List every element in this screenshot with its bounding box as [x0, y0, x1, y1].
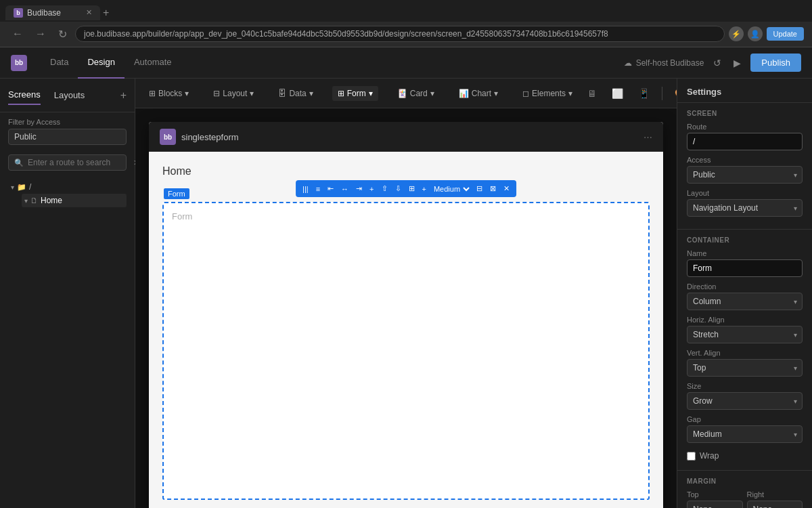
settings-header: Settings	[677, 79, 812, 103]
margin-top-select-wrap: None	[687, 501, 743, 508]
layout-button[interactable]: ⊟ Layout ▾	[208, 86, 259, 101]
elements-chevron-icon: ▾	[568, 89, 572, 98]
horiz-align-select[interactable]: Stretch	[687, 326, 803, 343]
tab-close-icon[interactable]: ✕	[86, 8, 92, 17]
vert-align-select[interactable]: Top	[687, 359, 803, 377]
profile-icon[interactable]: 👤	[748, 26, 763, 41]
size-label: Size	[687, 382, 803, 390]
blocks-button[interactable]: ⊞ Blocks ▾	[143, 86, 194, 101]
form-toolbar-align-center-btn[interactable]: ↔	[338, 184, 351, 194]
nav-tab-automate[interactable]: Automate	[125, 47, 181, 79]
layouts-tab[interactable]: Layouts	[54, 86, 85, 104]
forward-button[interactable]: →	[31, 26, 50, 41]
form-toolbar-align-bottom-btn[interactable]: ⇩	[392, 183, 404, 194]
browser-tab[interactable]: b Budibase ✕	[5, 5, 100, 20]
tree-item-home[interactable]: ▾ 🗋 Home	[22, 194, 127, 207]
tree-item-root[interactable]: ▾ 📁 /	[8, 180, 127, 194]
size-select[interactable]: Grow	[687, 392, 803, 410]
direction-select[interactable]: Column	[687, 293, 803, 310]
margin-right-label: Right	[747, 490, 803, 499]
top-nav: bb Data Design Automate ☁ Self-host Budi…	[0, 47, 812, 79]
form-toolbar-delete-btn[interactable]: ✕	[501, 183, 512, 194]
wrap-checkbox[interactable]	[687, 452, 696, 461]
preview-button[interactable]: ▶	[731, 55, 744, 71]
canvas-content: Home ||| ≡ ⇤ ↔ ⇥ + ⇧ ⇩	[149, 152, 663, 508]
canvas-scroll[interactable]: bb singlestepform ⋯ Home ||| ≡ ⇤ ↔	[135, 108, 677, 508]
main-area: Screens Layouts + Filter by Access Publi…	[0, 79, 812, 508]
horiz-align-field: Horiz. Align Stretch	[687, 316, 803, 343]
form-toolbar-grid-btn[interactable]: ⊟	[474, 183, 485, 194]
self-host-button[interactable]: ☁ Self-host Budibase	[624, 58, 704, 68]
card-button[interactable]: 🃏 Card ▾	[392, 86, 440, 101]
elements-button[interactable]: ◻ Elements ▾	[517, 86, 578, 101]
data-icon: 🗄	[278, 89, 286, 98]
card-icon: 🃏	[397, 89, 407, 98]
form-toolbar-align-left-btn[interactable]: ⇤	[325, 183, 336, 194]
gap-label: Gap	[687, 415, 803, 423]
publish-button[interactable]: Publish	[750, 54, 801, 72]
toolbar-group-layout: ⊟ Layout ▾	[208, 86, 259, 101]
margin-top-label: Top	[687, 490, 743, 499]
search-input[interactable]	[28, 158, 129, 167]
address-bar[interactable]	[75, 26, 725, 42]
nav-tab-data[interactable]: Data	[41, 47, 78, 79]
gap-select[interactable]: Medium	[687, 425, 803, 443]
canvas-app-logo: bb	[160, 129, 176, 145]
toolbar-group-chart: 📊 Chart ▾	[453, 86, 503, 101]
app: bb Data Design Automate ☁ Self-host Budi…	[0, 47, 812, 508]
theme-button[interactable]: 🎨 Theme	[669, 86, 677, 101]
name-input[interactable]	[687, 259, 803, 277]
device-desktop-button[interactable]: 🖥	[582, 85, 602, 102]
margin-right-select[interactable]: None	[747, 501, 803, 508]
form-toolbar-columns-btn[interactable]: |||	[300, 184, 311, 194]
toolbar-group-data: 🗄 Data ▾	[273, 86, 318, 101]
wrap-label[interactable]: Wrap	[700, 451, 719, 461]
device-mobile-button[interactable]: 📱	[633, 85, 655, 102]
form-element-toolbar: ||| ≡ ⇤ ↔ ⇥ + ⇧ ⇩ ⊞ +	[296, 180, 516, 197]
form-button[interactable]: ⊞ Form ▾	[332, 86, 378, 101]
device-tablet-button[interactable]: ⬜	[606, 85, 629, 102]
form-toolbar-rows-btn[interactable]: ≡	[313, 184, 323, 194]
form-container[interactable]: Form Form	[162, 202, 650, 500]
back-button[interactable]: ←	[8, 26, 27, 41]
data-chevron-icon: ▾	[309, 89, 313, 98]
brand-logo: bb	[11, 55, 27, 71]
card-chevron-icon: ▾	[430, 89, 434, 98]
chart-button[interactable]: 📊 Chart ▾	[453, 86, 503, 101]
top-nav-right: ☁ Self-host Budibase ↺ ▶ Publish	[624, 54, 801, 72]
access-select[interactable]: Public	[687, 166, 803, 184]
nav-tab-design[interactable]: Design	[78, 47, 124, 79]
extensions-icon[interactable]: ⚡	[729, 26, 744, 41]
form-toolbar-align-right-btn[interactable]: ⇥	[353, 183, 365, 194]
form-toolbar-plus2-btn[interactable]: +	[420, 184, 429, 194]
update-button[interactable]: Update	[767, 27, 804, 41]
refresh-app-button[interactable]: ↺	[710, 55, 724, 71]
filter-label: Filter by Access	[8, 118, 127, 126]
route-input[interactable]	[687, 133, 803, 150]
form-toolbar-distribute-btn[interactable]: ⊞	[406, 183, 418, 194]
form-toolbar-size-select[interactable]: Medium	[431, 184, 472, 194]
wrap-row: Wrap	[687, 448, 803, 463]
add-screen-button[interactable]: +	[120, 89, 127, 102]
sidebar-header: Screens Layouts +	[0, 79, 135, 112]
filter-select[interactable]: Public	[8, 129, 127, 145]
canvas-frame-menu-icon[interactable]: ⋯	[644, 132, 652, 142]
data-button[interactable]: 🗄 Data ▾	[273, 86, 318, 101]
chart-chevron-icon: ▾	[494, 89, 498, 98]
form-toolbar-align-top-btn[interactable]: ⇧	[379, 183, 390, 194]
route-field: Route	[687, 123, 803, 150]
layout-field: Layout Navigation Layout	[687, 189, 803, 217]
screens-tab[interactable]: Screens	[8, 85, 41, 105]
toolbar-sep7	[662, 87, 662, 100]
gap-field: Gap Medium	[687, 415, 803, 443]
margin-top-select[interactable]: None	[687, 501, 743, 508]
filter-section: Filter by Access Public	[0, 112, 135, 150]
form-toolbar-copy-btn[interactable]: ⊠	[487, 183, 499, 194]
screen-section-label: SCREEN	[687, 110, 803, 117]
toolbar-group-blocks: ⊞ Blocks ▾	[143, 86, 194, 101]
layout-select[interactable]: Navigation Layout	[687, 199, 803, 217]
form-toolbar-add-btn[interactable]: +	[367, 184, 376, 194]
new-tab-button[interactable]: +	[103, 7, 109, 19]
toolbar-group-form: ⊞ Form ▾	[332, 86, 378, 101]
refresh-button[interactable]: ↻	[54, 26, 71, 42]
